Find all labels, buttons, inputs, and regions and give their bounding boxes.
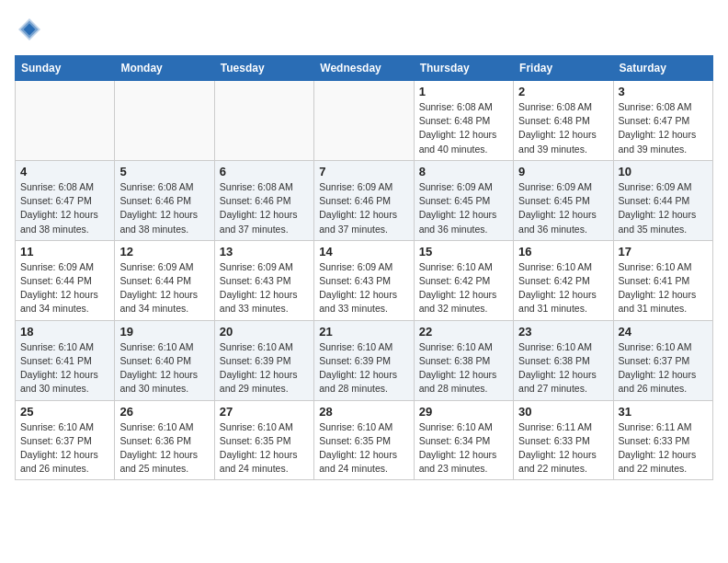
calendar-day-cell: 4Sunrise: 6:08 AM Sunset: 6:47 PM Daylig… — [16, 160, 115, 240]
day-number: 1 — [419, 85, 508, 98]
calendar-week-row: 4Sunrise: 6:08 AM Sunset: 6:47 PM Daylig… — [16, 160, 713, 240]
calendar-day-cell: 14Sunrise: 6:09 AM Sunset: 6:43 PM Dayli… — [314, 240, 414, 320]
day-number: 19 — [119, 325, 209, 339]
calendar-day-cell: 23Sunrise: 6:10 AM Sunset: 6:38 PM Dayli… — [514, 320, 613, 400]
calendar-day-cell: 11Sunrise: 6:09 AM Sunset: 6:44 PM Dayli… — [16, 240, 115, 320]
calendar-day-cell: 30Sunrise: 6:11 AM Sunset: 6:33 PM Dayli… — [514, 400, 613, 480]
day-info: Sunrise: 6:08 AM Sunset: 6:47 PM Dayligh… — [619, 100, 708, 156]
weekday-header-tuesday: Tuesday — [214, 56, 313, 81]
calendar-day-cell — [115, 81, 214, 161]
day-number: 24 — [619, 325, 708, 339]
day-info: Sunrise: 6:10 AM Sunset: 6:34 PM Dayligh… — [419, 420, 508, 477]
calendar-week-row: 11Sunrise: 6:09 AM Sunset: 6:44 PM Dayli… — [16, 240, 713, 320]
calendar-day-cell: 20Sunrise: 6:10 AM Sunset: 6:39 PM Dayli… — [214, 320, 313, 400]
day-info: Sunrise: 6:10 AM Sunset: 6:41 PM Dayligh… — [20, 340, 109, 396]
day-info: Sunrise: 6:08 AM Sunset: 6:48 PM Dayligh… — [518, 100, 608, 156]
calendar-day-cell: 19Sunrise: 6:10 AM Sunset: 6:40 PM Dayli… — [115, 320, 214, 400]
page-header — [15, 15, 713, 44]
calendar-day-cell: 22Sunrise: 6:10 AM Sunset: 6:38 PM Dayli… — [414, 320, 513, 400]
weekday-header-sunday: Sunday — [16, 56, 115, 81]
day-number: 9 — [518, 165, 608, 178]
day-info: Sunrise: 6:09 AM Sunset: 6:45 PM Dayligh… — [518, 180, 608, 236]
day-info: Sunrise: 6:10 AM Sunset: 6:39 PM Dayligh… — [319, 340, 408, 396]
day-number: 2 — [518, 85, 608, 98]
day-info: Sunrise: 6:10 AM Sunset: 6:37 PM Dayligh… — [20, 420, 109, 477]
calendar-day-cell: 1Sunrise: 6:08 AM Sunset: 6:48 PM Daylig… — [414, 81, 513, 161]
calendar-day-cell: 6Sunrise: 6:08 AM Sunset: 6:46 PM Daylig… — [214, 160, 313, 240]
day-number: 10 — [619, 165, 708, 178]
calendar-week-row: 18Sunrise: 6:10 AM Sunset: 6:41 PM Dayli… — [16, 320, 713, 400]
calendar-day-cell: 9Sunrise: 6:09 AM Sunset: 6:45 PM Daylig… — [514, 160, 613, 240]
weekday-header-thursday: Thursday — [414, 56, 513, 81]
calendar-day-cell: 29Sunrise: 6:10 AM Sunset: 6:34 PM Dayli… — [414, 400, 513, 480]
calendar-day-cell: 28Sunrise: 6:10 AM Sunset: 6:35 PM Dayli… — [314, 400, 414, 480]
calendar-day-cell: 15Sunrise: 6:10 AM Sunset: 6:42 PM Dayli… — [414, 240, 513, 320]
day-number: 3 — [619, 85, 708, 98]
day-number: 8 — [419, 165, 508, 178]
day-info: Sunrise: 6:08 AM Sunset: 6:47 PM Dayligh… — [20, 180, 109, 236]
day-number: 6 — [220, 165, 309, 178]
calendar-day-cell: 5Sunrise: 6:08 AM Sunset: 6:46 PM Daylig… — [115, 160, 214, 240]
calendar-day-cell: 3Sunrise: 6:08 AM Sunset: 6:47 PM Daylig… — [613, 81, 712, 161]
calendar-week-row: 25Sunrise: 6:10 AM Sunset: 6:37 PM Dayli… — [16, 400, 713, 480]
calendar-day-cell: 10Sunrise: 6:09 AM Sunset: 6:44 PM Dayli… — [613, 160, 712, 240]
day-info: Sunrise: 6:11 AM Sunset: 6:33 PM Dayligh… — [518, 420, 608, 477]
weekday-header-wednesday: Wednesday — [314, 56, 414, 81]
calendar-day-cell: 31Sunrise: 6:11 AM Sunset: 6:33 PM Dayli… — [613, 400, 712, 480]
calendar-day-cell: 17Sunrise: 6:10 AM Sunset: 6:41 PM Dayli… — [613, 240, 712, 320]
logo — [15, 15, 48, 44]
day-info: Sunrise: 6:10 AM Sunset: 6:39 PM Dayligh… — [220, 340, 309, 396]
day-info: Sunrise: 6:08 AM Sunset: 6:48 PM Dayligh… — [419, 100, 508, 156]
day-number: 5 — [119, 165, 209, 178]
weekday-header-friday: Friday — [514, 56, 613, 81]
day-number: 11 — [20, 245, 109, 259]
day-info: Sunrise: 6:09 AM Sunset: 6:45 PM Dayligh… — [419, 180, 508, 236]
calendar-body: 1Sunrise: 6:08 AM Sunset: 6:48 PM Daylig… — [16, 81, 713, 480]
day-number: 25 — [20, 405, 109, 419]
day-number: 20 — [220, 325, 309, 339]
day-info: Sunrise: 6:08 AM Sunset: 6:46 PM Dayligh… — [220, 180, 309, 236]
calendar-table: SundayMondayTuesdayWednesdayThursdayFrid… — [15, 55, 713, 480]
calendar-day-cell: 7Sunrise: 6:09 AM Sunset: 6:46 PM Daylig… — [314, 160, 414, 240]
day-number: 7 — [319, 165, 408, 178]
day-info: Sunrise: 6:09 AM Sunset: 6:44 PM Dayligh… — [119, 260, 209, 316]
day-number: 17 — [619, 245, 708, 259]
day-number: 21 — [319, 325, 408, 339]
day-number: 12 — [119, 245, 209, 259]
day-info: Sunrise: 6:10 AM Sunset: 6:40 PM Dayligh… — [119, 340, 209, 396]
day-info: Sunrise: 6:10 AM Sunset: 6:36 PM Dayligh… — [119, 420, 209, 477]
day-number: 23 — [518, 325, 608, 339]
day-info: Sunrise: 6:10 AM Sunset: 6:38 PM Dayligh… — [518, 340, 608, 396]
calendar-day-cell: 21Sunrise: 6:10 AM Sunset: 6:39 PM Dayli… — [314, 320, 414, 400]
day-number: 16 — [518, 245, 608, 259]
day-info: Sunrise: 6:09 AM Sunset: 6:44 PM Dayligh… — [619, 180, 708, 236]
day-number: 18 — [20, 325, 109, 339]
calendar-day-cell: 12Sunrise: 6:09 AM Sunset: 6:44 PM Dayli… — [115, 240, 214, 320]
weekday-header-monday: Monday — [115, 56, 214, 81]
weekday-header-saturday: Saturday — [613, 56, 712, 81]
day-info: Sunrise: 6:08 AM Sunset: 6:46 PM Dayligh… — [119, 180, 209, 236]
calendar-day-cell: 27Sunrise: 6:10 AM Sunset: 6:35 PM Dayli… — [214, 400, 313, 480]
day-number: 28 — [319, 405, 408, 419]
calendar-day-cell: 26Sunrise: 6:10 AM Sunset: 6:36 PM Dayli… — [115, 400, 214, 480]
calendar-week-row: 1Sunrise: 6:08 AM Sunset: 6:48 PM Daylig… — [16, 81, 713, 161]
day-number: 15 — [419, 245, 508, 259]
day-info: Sunrise: 6:09 AM Sunset: 6:43 PM Dayligh… — [220, 260, 309, 316]
weekday-header-row: SundayMondayTuesdayWednesdayThursdayFrid… — [16, 56, 713, 81]
day-number: 22 — [419, 325, 508, 339]
calendar-day-cell — [214, 81, 313, 161]
day-number: 30 — [518, 405, 608, 419]
day-info: Sunrise: 6:10 AM Sunset: 6:35 PM Dayligh… — [220, 420, 309, 477]
day-info: Sunrise: 6:10 AM Sunset: 6:38 PM Dayligh… — [419, 340, 508, 396]
day-number: 26 — [119, 405, 209, 419]
day-info: Sunrise: 6:10 AM Sunset: 6:35 PM Dayligh… — [319, 420, 408, 477]
day-info: Sunrise: 6:09 AM Sunset: 6:46 PM Dayligh… — [319, 180, 408, 236]
calendar-day-cell: 16Sunrise: 6:10 AM Sunset: 6:42 PM Dayli… — [514, 240, 613, 320]
calendar-day-cell: 25Sunrise: 6:10 AM Sunset: 6:37 PM Dayli… — [16, 400, 115, 480]
day-info: Sunrise: 6:10 AM Sunset: 6:42 PM Dayligh… — [518, 260, 608, 316]
day-info: Sunrise: 6:11 AM Sunset: 6:33 PM Dayligh… — [619, 420, 708, 477]
calendar-day-cell: 13Sunrise: 6:09 AM Sunset: 6:43 PM Dayli… — [214, 240, 313, 320]
day-number: 4 — [20, 165, 109, 178]
day-info: Sunrise: 6:09 AM Sunset: 6:43 PM Dayligh… — [319, 260, 408, 316]
day-info: Sunrise: 6:09 AM Sunset: 6:44 PM Dayligh… — [20, 260, 109, 316]
